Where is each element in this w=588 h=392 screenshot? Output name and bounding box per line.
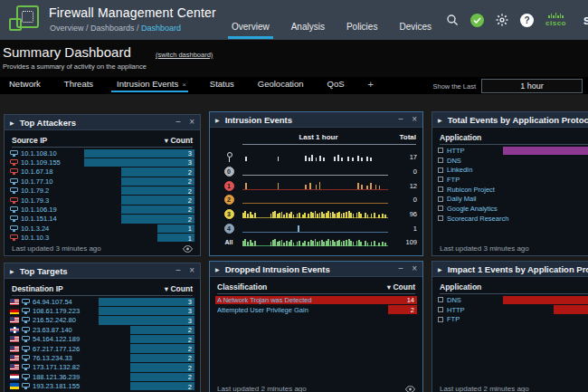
col-count-sorted[interactable]: ▾ Count [165, 284, 193, 293]
tab-geolocation[interactable]: Geolocation [258, 79, 304, 92]
app-checkbox-icon[interactable] [438, 297, 443, 302]
health-check-icon[interactable] [470, 14, 484, 27]
app-checkbox-icon[interactable] [438, 148, 443, 153]
nav-item-analysis[interactable]: Analysis [291, 22, 325, 32]
table-row[interactable]: 108.61.179.2233 [5, 306, 200, 315]
application-label[interactable]: HTTP [438, 146, 503, 156]
host-label[interactable]: 10.1.3.24 [10, 224, 53, 233]
panel-top-targets-header[interactable]: ▶ Top Targets −× [5, 263, 200, 279]
classification-label[interactable]: Attempted User Privilege Gain [217, 306, 308, 314]
table-row[interactable]: 67.217.177.1262 [5, 344, 200, 353]
application-name[interactable]: HTTP [447, 147, 465, 155]
table-row[interactable]: A Network Trojan was Detected14 [210, 295, 422, 305]
host-label[interactable]: 10.1.77.10 [10, 177, 57, 186]
application-label[interactable]: DNS [438, 156, 503, 166]
host-label[interactable]: 54.164.122.189 [10, 335, 84, 344]
collapse-caret-icon[interactable]: ▶ [10, 268, 14, 274]
ip-address[interactable]: 193.23.181.155 [33, 382, 80, 390]
classification-label[interactable]: A Network Trojan was Detected [217, 296, 312, 304]
col-classification[interactable]: Classification [217, 282, 267, 292]
host-label[interactable]: 10.1.79.2 [10, 186, 53, 196]
ip-address[interactable]: 188.121.36.239 [33, 373, 80, 381]
table-row[interactable]: Attempted User Privilege Gain2 [210, 305, 422, 315]
ip-address[interactable]: 10.1.108.10 [21, 149, 57, 158]
ip-address[interactable]: 10.1.79.2 [21, 186, 49, 195]
application-label[interactable]: DNS [438, 295, 503, 305]
table-row[interactable]: 10.1.79.22 [5, 186, 200, 196]
add-tab-button[interactable]: + [368, 79, 374, 92]
ip-address[interactable]: 173.171.132.82 [33, 363, 80, 371]
application-name[interactable]: FTP [447, 315, 460, 323]
gear-icon[interactable] [496, 14, 508, 26]
breadcrumb[interactable]: Overview / Dashboards / Dashboard [50, 24, 181, 33]
table-row[interactable]: 216.52.242.803 [5, 316, 200, 325]
table-row[interactable]: 10.1.10.31 [5, 234, 200, 243]
minimize-icon[interactable]: − [175, 118, 181, 127]
table-row[interactable]: 10.1.106.192 [5, 205, 200, 214]
tab-close-icon[interactable]: × [182, 81, 186, 89]
application-name[interactable]: Google Analytics [447, 205, 498, 213]
close-icon[interactable]: × [412, 115, 417, 124]
tab-status[interactable]: Status [210, 79, 234, 92]
host-label[interactable]: 67.217.177.126 [10, 344, 84, 353]
collapse-caret-icon[interactable]: ▶ [215, 266, 220, 272]
host-label[interactable]: 216.52.242.80 [10, 316, 81, 325]
ip-address[interactable]: 10.1.79.3 [21, 196, 49, 205]
table-row[interactable]: Scorecard Research [432, 214, 588, 224]
host-label[interactable]: 10.1.151.14 [10, 215, 62, 224]
tab-intrusion-events[interactable]: Intrusion Events× [117, 79, 186, 92]
table-row[interactable]: 54.164.122.1892 [5, 335, 200, 344]
table-row[interactable]: 188.121.36.2392 [5, 372, 200, 381]
nav-item-overview[interactable]: Overview [232, 22, 270, 32]
table-row[interactable]: FTP [432, 175, 588, 185]
close-icon[interactable]: × [412, 264, 417, 273]
ip-address[interactable]: 216.52.242.80 [33, 316, 76, 324]
intrusion-level-row[interactable]: 20 [215, 193, 417, 207]
ip-address[interactable]: 10.1.109.155 [21, 158, 61, 167]
table-row[interactable]: Rubicon Project [432, 185, 588, 195]
application-label[interactable]: Rubicon Project [438, 185, 503, 195]
application-name[interactable]: HTTP [447, 306, 465, 314]
panel-top-attackers-header[interactable]: ▶ Top Attackers −× [5, 115, 200, 130]
minimize-icon[interactable]: − [398, 115, 403, 124]
switch-dashboard-link[interactable]: (switch dashboard) [156, 51, 213, 59]
panel-intrusion-events-header[interactable]: ▶ Intrusion Events −× [210, 112, 422, 128]
table-row[interactable]: 64.94.107.543 [5, 297, 200, 306]
panel-dropped-events-header[interactable]: ▶ Dropped Intrusion Events −× [210, 262, 422, 277]
table-row[interactable]: 10.1.77.102 [5, 177, 200, 186]
table-row[interactable]: LinkedIn [432, 165, 588, 175]
app-checkbox-icon[interactable] [438, 158, 443, 163]
application-label[interactable]: HTTP [438, 305, 503, 315]
app-checkbox-icon[interactable] [438, 307, 443, 312]
application-label[interactable]: FTP [438, 314, 503, 324]
eye-icon[interactable] [405, 386, 415, 392]
close-icon[interactable]: × [189, 118, 194, 127]
table-row[interactable]: HTTP [432, 305, 588, 315]
table-row[interactable]: DNS [432, 156, 588, 166]
intrusion-level-row[interactable]: 112 [215, 178, 417, 193]
application-name[interactable]: Rubicon Project [447, 186, 495, 194]
search-icon[interactable] [446, 14, 459, 26]
ip-address[interactable]: 10.1.151.14 [21, 215, 57, 223]
ip-address[interactable]: 10.1.106.19 [21, 206, 57, 214]
ip-address[interactable]: 67.217.177.126 [33, 345, 80, 353]
table-row[interactable]: 173.171.132.822 [5, 363, 200, 372]
tab-qos[interactable]: QoS [327, 79, 345, 92]
col-source-ip[interactable]: Source IP [12, 136, 47, 145]
col-count-sorted[interactable]: ▾ Count [387, 282, 415, 292]
app-checkbox-icon[interactable] [438, 177, 443, 182]
host-label[interactable]: 10.1.108.10 [10, 148, 62, 158]
application-name[interactable]: DNS [447, 296, 461, 304]
app-checkbox-icon[interactable] [438, 215, 443, 221]
table-row[interactable]: 10.1.108.103 [5, 148, 200, 158]
host-label[interactable]: 10.1.106.19 [10, 205, 62, 214]
ip-address[interactable]: 10.1.3.24 [21, 225, 49, 233]
host-label[interactable]: 10.1.67.18 [10, 167, 57, 177]
ip-address[interactable]: 64.94.107.54 [33, 298, 72, 306]
intrusion-level-row[interactable]: 41 [215, 221, 417, 235]
ip-address[interactable]: 23.63.87.140 [33, 326, 72, 334]
tab-threats[interactable]: Threats [64, 79, 93, 92]
host-label[interactable]: 193.23.181.155 [10, 382, 84, 391]
application-label[interactable]: LinkedIn [438, 165, 503, 175]
ip-address[interactable]: 10.1.77.10 [21, 177, 52, 186]
